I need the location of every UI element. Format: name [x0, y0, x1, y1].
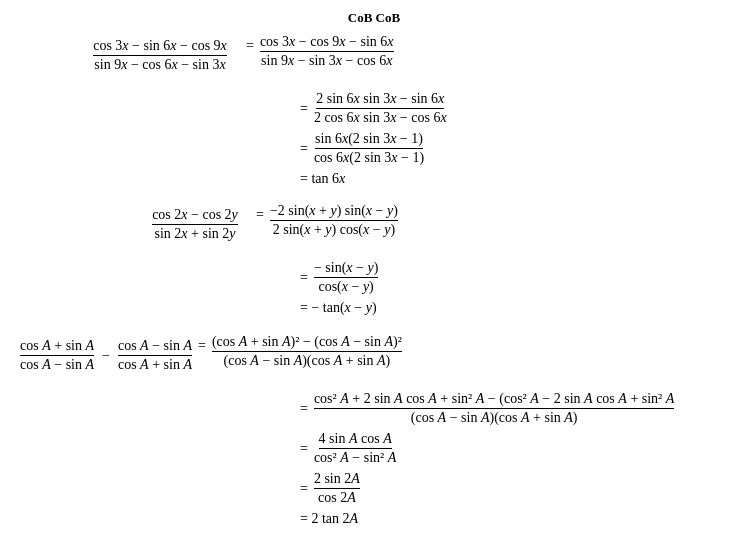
section-2: cos 2x − cos 2y sin 2x + sin 2y = −2 sin… [140, 203, 728, 242]
rhs-frac-3a: (cos A + sin A)² − (cos A − sin A)² (cos… [212, 334, 402, 369]
eq-sign-2: = [250, 203, 270, 227]
section-3: cos A + sin A cos A − sin A − cos A − si… [20, 334, 728, 373]
step-3-4: = 2 sin 2A cos 2A [300, 471, 728, 506]
lhs-frac-1: cos 3x − sin 6x − cos 9x sin 9x − cos 6x… [80, 38, 240, 73]
step-3-5: = 2 tan 2A [300, 511, 728, 527]
step-1-3: = sin 6x(2 sin 3x − 1) cos 6x(2 sin 3x −… [300, 131, 728, 166]
lhs-num-1: cos 3x − sin 6x − cos 9x [93, 38, 227, 56]
rhs-col-2: −2 sin(x + y) sin(x − y) 2 sin(x + y) co… [270, 203, 398, 238]
lhs-frac-2: cos 2x − cos 2y sin 2x + sin 2y [140, 207, 250, 242]
section-1-steps: = 2 sin 6x sin 3x − sin 6x 2 cos 6x sin … [300, 91, 728, 187]
rhs-col-1: cos 3x − cos 9x − sin 6x sin 9x − sin 3x… [260, 34, 394, 69]
lhs-3: cos A + sin A cos A − sin A − cos A − si… [20, 338, 192, 373]
rhs-frac-1a: cos 3x − cos 9x − sin 6x sin 9x − sin 3x… [260, 34, 394, 69]
step-1-2: = 2 sin 6x sin 3x − sin 6x 2 cos 6x sin … [300, 91, 728, 126]
rhs-col-3: (cos A + sin A)² − (cos A − sin A)² (cos… [212, 334, 402, 369]
section-3-steps: = cos² A + 2 sin A cos A + sin² A − (cos… [300, 391, 728, 527]
eq-sign-3: = [192, 334, 212, 358]
step-2-3: = − tan(x − y) [300, 300, 728, 316]
step-3-2: = cos² A + 2 sin A cos A + sin² A − (cos… [300, 391, 728, 426]
section-2-steps: = − sin(x − y) cos(x − y) = − tan(x − y) [300, 260, 728, 316]
top-bar: CoB CoB [20, 10, 728, 26]
lhs-frac-3b: cos A − sin A cos A + sin A [118, 338, 192, 373]
step-1-4: = tan 6x [300, 171, 728, 187]
rhs-frac-2a: −2 sin(x + y) sin(x − y) 2 sin(x + y) co… [270, 203, 398, 238]
page: CoB CoB cos 3x − sin 6x − cos 9x sin 9x … [20, 10, 728, 527]
lhs-den-1: sin 9x − cos 6x − sin 3x [94, 56, 225, 73]
top-bar-label: CoB CoB [348, 10, 400, 25]
section-1: cos 3x − sin 6x − cos 9x sin 9x − cos 6x… [80, 34, 728, 73]
step-2-2: = − sin(x − y) cos(x − y) [300, 260, 728, 295]
eq-sign-1: = [240, 34, 260, 58]
step-3-3: = 4 sin A cos A cos² A − sin² A [300, 431, 728, 466]
lhs-frac-3a: cos A + sin A cos A − sin A [20, 338, 94, 373]
